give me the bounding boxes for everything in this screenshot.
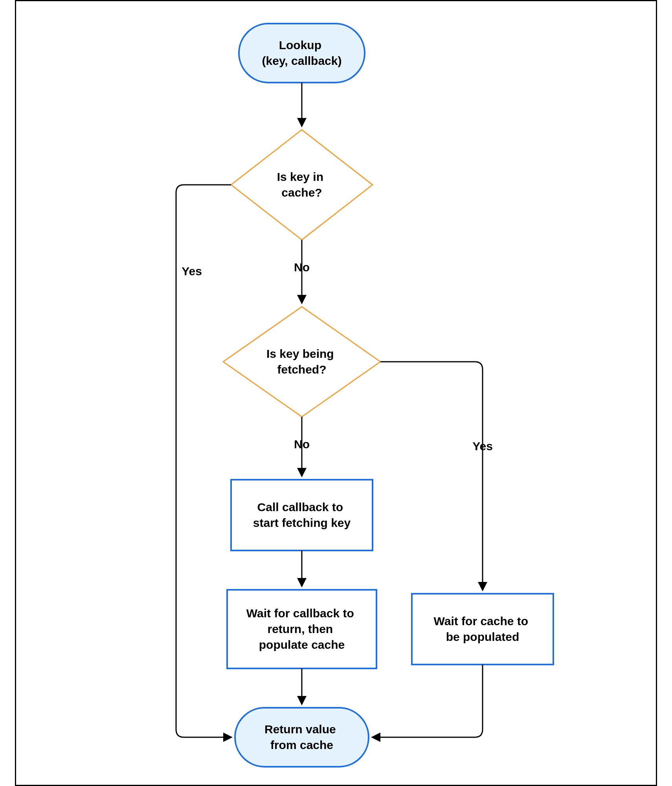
- edge-d2-yes-label: Yes: [472, 440, 493, 453]
- p2-line2: return, then: [267, 622, 333, 635]
- node-end-terminator: Return value from cache: [235, 708, 369, 767]
- node-start-terminator: Lookup (key, callback): [239, 24, 365, 83]
- start-line1: Lookup: [279, 39, 321, 52]
- d2-line2: fetched?: [277, 363, 326, 376]
- edge-d1-yes-label: Yes: [182, 265, 202, 278]
- p3-line1: Wait for cache to: [434, 615, 529, 628]
- svg-marker-4: [223, 307, 380, 417]
- edge-d2-yes-to-p3: [380, 362, 483, 590]
- svg-rect-0: [239, 24, 365, 83]
- svg-rect-10: [412, 594, 553, 665]
- svg-rect-12: [235, 708, 369, 767]
- edge-p3-to-end: [373, 665, 483, 737]
- d2-line1: Is key being: [266, 347, 334, 360]
- node-process-call-callback: Call callback to start fetching key: [231, 480, 373, 550]
- node-decision-key-being-fetched: Is key being fetched?: [223, 307, 380, 417]
- p1-line1: Call callback to: [257, 501, 343, 514]
- d1-line2: cache?: [281, 186, 322, 199]
- p1-line2: start fetching key: [253, 516, 351, 529]
- flowchart-canvas: Lookup (key, callback) Is key in cache? …: [15, 0, 657, 786]
- edge-d1-no-label: No: [294, 261, 310, 274]
- svg-rect-6: [231, 480, 373, 550]
- end-line2: from cache: [270, 738, 333, 751]
- node-process-wait-cache: Wait for cache to be populated: [412, 594, 553, 665]
- svg-marker-2: [231, 130, 373, 240]
- start-line2: (key, callback): [262, 54, 342, 67]
- node-process-wait-callback: Wait for callback to return, then popula…: [227, 590, 376, 668]
- d1-line1: Is key in: [277, 170, 323, 183]
- p2-line3: populate cache: [259, 638, 345, 651]
- p3-line2: be populated: [446, 630, 520, 643]
- node-decision-key-in-cache: Is key in cache?: [231, 130, 373, 240]
- end-line1: Return value: [264, 723, 336, 736]
- edge-d2-no-label: No: [294, 438, 310, 451]
- p2-line1: Wait for callback to: [246, 607, 354, 620]
